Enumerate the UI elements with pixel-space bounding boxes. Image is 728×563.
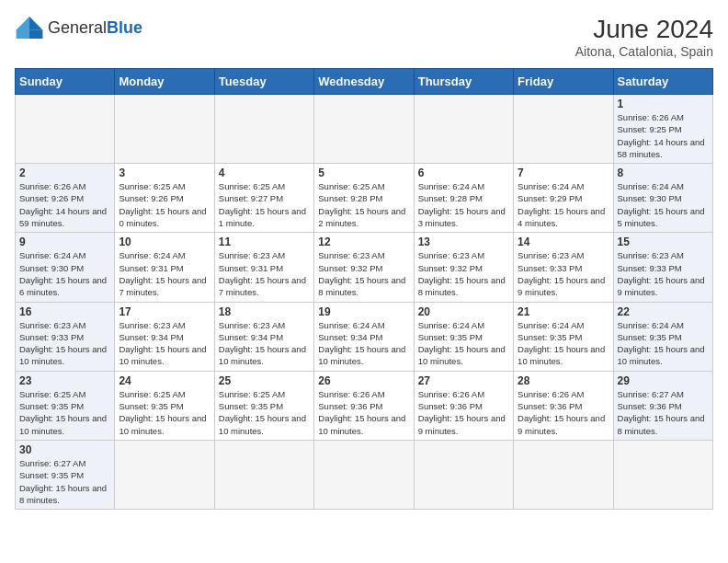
sunrise-label: Sunrise: xyxy=(618,112,653,122)
day-19: 19 Sunrise: 6:24 AMSunset: 9:34 PMDaylig… xyxy=(314,302,414,371)
calendar-subtitle: Aitona, Catalonia, Spain xyxy=(575,44,713,59)
day-8: 8 Sunrise: 6:24 AMSunset: 9:30 PMDayligh… xyxy=(613,164,712,233)
col-wednesday: Wednesday xyxy=(314,69,414,95)
day-25: 25 Sunrise: 6:25 AMSunset: 9:35 PMDaylig… xyxy=(214,371,313,440)
day-1: 1 Sunrise: 6:26 AM Sunset: 9:25 PM Dayli… xyxy=(613,95,712,164)
col-friday: Friday xyxy=(514,69,613,95)
svg-marker-2 xyxy=(29,29,42,39)
day-7: 7 Sunrise: 6:24 AMSunset: 9:29 PMDayligh… xyxy=(514,164,613,233)
day-13: 13 Sunrise: 6:23 AMSunset: 9:32 PMDaylig… xyxy=(414,233,513,302)
sunset-val: 9:25 PM xyxy=(649,124,681,134)
calendar-row-5: 23 Sunrise: 6:25 AMSunset: 9:35 PMDaylig… xyxy=(16,371,713,440)
empty-cell xyxy=(115,440,214,509)
empty-cell xyxy=(314,440,414,509)
calendar-row-3: 9 Sunrise: 6:24 AMSunset: 9:30 PMDayligh… xyxy=(16,233,713,302)
sunrise-val: 6:26 AM xyxy=(652,112,684,122)
day-30: 30 Sunrise: 6:27 AMSunset: 9:35 PMDaylig… xyxy=(16,440,115,509)
empty-cell xyxy=(16,95,115,164)
calendar-row-2: 2 Sunrise: 6:26 AMSunset: 9:26 PMDayligh… xyxy=(16,164,713,233)
day-20: 20 Sunrise: 6:24 AMSunset: 9:35 PMDaylig… xyxy=(414,302,513,371)
calendar-row-6: 30 Sunrise: 6:27 AMSunset: 9:35 PMDaylig… xyxy=(16,440,713,509)
day-23: 23 Sunrise: 6:25 AMSunset: 9:35 PMDaylig… xyxy=(16,371,115,440)
day-28: 28 Sunrise: 6:26 AMSunset: 9:36 PMDaylig… xyxy=(514,371,613,440)
logo-icon xyxy=(15,15,44,40)
sunset-label: Sunset: xyxy=(618,124,650,134)
day-29: 29 Sunrise: 6:27 AMSunset: 9:36 PMDaylig… xyxy=(613,371,712,440)
empty-cell xyxy=(314,95,414,164)
day-12: 12 Sunrise: 6:23 AMSunset: 9:32 PMDaylig… xyxy=(314,233,414,302)
page-header: GeneralBlue June 2024 Aitona, Catalonia,… xyxy=(15,15,713,59)
day-26: 26 Sunrise: 6:26 AMSunset: 9:36 PMDaylig… xyxy=(314,371,414,440)
day-15: 15 Sunrise: 6:23 AMSunset: 9:33 PMDaylig… xyxy=(613,233,712,302)
day-4: 4 Sunrise: 6:25 AMSunset: 9:27 PMDayligh… xyxy=(214,164,313,233)
day-21: 21 Sunrise: 6:24 AMSunset: 9:35 PMDaylig… xyxy=(514,302,613,371)
empty-cell xyxy=(613,440,712,509)
empty-cell xyxy=(514,95,613,164)
calendar-header-row: Sunday Monday Tuesday Wednesday Thursday… xyxy=(16,69,713,95)
empty-cell xyxy=(414,440,513,509)
empty-cell xyxy=(514,440,613,509)
day-3: 3 Sunrise: 6:25 AMSunset: 9:26 PMDayligh… xyxy=(115,164,214,233)
empty-cell xyxy=(214,95,313,164)
calendar-title: June 2024 xyxy=(575,15,713,44)
empty-cell xyxy=(414,95,513,164)
day-24: 24 Sunrise: 6:25 AMSunset: 9:35 PMDaylig… xyxy=(115,371,214,440)
day-18: 18 Sunrise: 6:23 AMSunset: 9:34 PMDaylig… xyxy=(214,302,313,371)
calendar-row-1: 1 Sunrise: 6:26 AM Sunset: 9:25 PM Dayli… xyxy=(16,95,713,164)
calendar-row-4: 16 Sunrise: 6:23 AMSunset: 9:33 PMDaylig… xyxy=(16,302,713,371)
col-saturday: Saturday xyxy=(613,69,712,95)
day-9: 9 Sunrise: 6:24 AMSunset: 9:30 PMDayligh… xyxy=(16,233,115,302)
day-5: 5 Sunrise: 6:25 AMSunset: 9:28 PMDayligh… xyxy=(314,164,414,233)
title-area: June 2024 Aitona, Catalonia, Spain xyxy=(575,15,713,59)
day-2: 2 Sunrise: 6:26 AMSunset: 9:26 PMDayligh… xyxy=(16,164,115,233)
day-10: 10 Sunrise: 6:24 AMSunset: 9:31 PMDaylig… xyxy=(115,233,214,302)
daylight-label: Daylight: xyxy=(618,137,654,147)
empty-cell xyxy=(115,95,214,164)
col-monday: Monday xyxy=(115,69,214,95)
empty-cell xyxy=(214,440,313,509)
day-22: 22 Sunrise: 6:24 AMSunset: 9:35 PMDaylig… xyxy=(613,302,712,371)
col-thursday: Thursday xyxy=(414,69,513,95)
col-tuesday: Tuesday xyxy=(214,69,313,95)
calendar-table: Sunday Monday Tuesday Wednesday Thursday… xyxy=(15,68,713,510)
logo-text: GeneralBlue xyxy=(48,18,142,38)
day-16: 16 Sunrise: 6:23 AMSunset: 9:33 PMDaylig… xyxy=(16,302,115,371)
day-14: 14 Sunrise: 6:23 AMSunset: 9:33 PMDaylig… xyxy=(514,233,613,302)
day-17: 17 Sunrise: 6:23 AMSunset: 9:34 PMDaylig… xyxy=(115,302,214,371)
logo: GeneralBlue xyxy=(15,15,142,40)
day-27: 27 Sunrise: 6:26 AMSunset: 9:36 PMDaylig… xyxy=(414,371,513,440)
day-6: 6 Sunrise: 6:24 AMSunset: 9:28 PMDayligh… xyxy=(414,164,513,233)
day-11: 11 Sunrise: 6:23 AMSunset: 9:31 PMDaylig… xyxy=(214,233,313,302)
col-sunday: Sunday xyxy=(16,69,115,95)
